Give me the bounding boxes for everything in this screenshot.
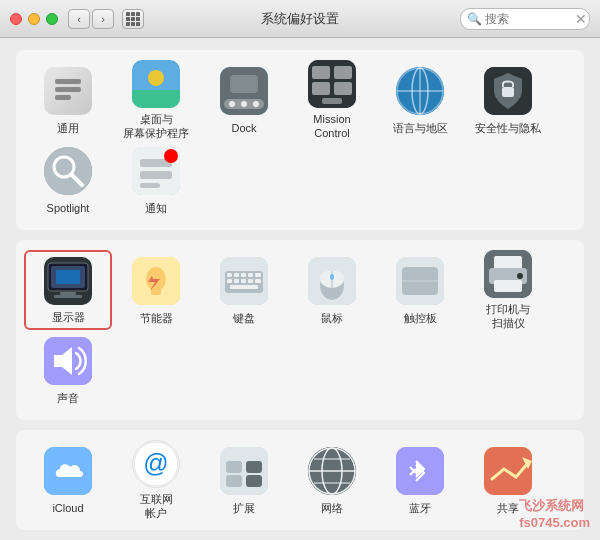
svg-rect-77 (246, 475, 262, 487)
general-label: 通用 (57, 121, 79, 135)
svg-text:@: @ (143, 448, 168, 476)
notification-icon (132, 147, 180, 195)
language-icon (396, 67, 444, 115)
pref-item-language[interactable]: 语言与地区 (376, 60, 464, 140)
pref-item-printer[interactable]: 打印机与扫描仪 (464, 250, 552, 330)
svg-point-59 (330, 274, 334, 280)
pref-item-spotlight[interactable]: Spotlight (24, 140, 112, 220)
minimize-button[interactable] (28, 13, 40, 25)
section-internet: iCloud @ 互联网帐户 (16, 430, 584, 530)
energy-icon (132, 257, 180, 305)
notification-label: 通知 (145, 201, 167, 215)
search-clear-icon[interactable]: ✕ (575, 11, 587, 27)
svg-rect-35 (60, 292, 76, 295)
svg-rect-15 (312, 82, 330, 95)
pref-item-energy[interactable]: 节能器 (112, 250, 200, 330)
svg-rect-46 (241, 273, 246, 277)
svg-rect-74 (226, 461, 242, 473)
svg-rect-51 (241, 279, 246, 283)
grid-icon (126, 12, 140, 26)
close-button[interactable] (10, 13, 22, 25)
pref-item-keyboard[interactable]: 键盘 (200, 250, 288, 330)
trackpad-icon (396, 257, 444, 305)
pref-item-dock[interactable]: Dock (200, 60, 288, 140)
back-button[interactable]: ‹ (68, 9, 90, 29)
mouse-icon (308, 257, 356, 305)
pref-item-extensions[interactable]: 扩展 (200, 440, 288, 520)
sharing-icon (484, 447, 532, 495)
pref-item-security[interactable]: 安全性与隐私 (464, 60, 552, 140)
spotlight-label: Spotlight (47, 201, 90, 215)
window-title: 系统偏好设置 (261, 10, 339, 28)
pref-item-sound[interactable]: 声音 (24, 330, 112, 410)
pref-item-desktop[interactable]: 桌面与屏幕保护程序 (112, 60, 200, 140)
search-bar[interactable]: 🔍 ✕ (460, 8, 590, 30)
watermark: 飞沙系统网 fs0745.com (519, 497, 590, 530)
watermark-line2: fs0745.com (519, 515, 590, 530)
section-hardware-grid: 显示器 节能器 (24, 250, 576, 410)
svg-rect-0 (55, 79, 81, 84)
security-icon (484, 67, 532, 115)
general-icon (44, 67, 92, 115)
maximize-button[interactable] (46, 13, 58, 25)
svg-rect-11 (230, 75, 258, 93)
network-icon (308, 447, 356, 495)
main-content: 通用 桌面与屏幕保护程序 (0, 38, 600, 540)
printer-icon (484, 250, 532, 298)
spotlight-icon (44, 147, 92, 195)
svg-rect-53 (255, 279, 261, 283)
svg-rect-31 (140, 183, 160, 188)
search-input[interactable] (485, 12, 575, 26)
grid-view-button[interactable] (122, 9, 144, 29)
bluetooth-icon (396, 447, 444, 495)
dock-label: Dock (231, 121, 256, 135)
keyboard-label: 键盘 (233, 311, 255, 325)
svg-rect-44 (227, 273, 232, 277)
pref-item-mouse[interactable]: 鼠标 (288, 250, 376, 330)
section-internet-grid: iCloud @ 互联网帐户 (24, 440, 576, 520)
pref-item-icloud[interactable]: iCloud (24, 440, 112, 520)
icloud-label: iCloud (52, 501, 83, 515)
titlebar: ‹ › 系统偏好设置 🔍 ✕ (0, 0, 600, 38)
nav-buttons: ‹ › (68, 9, 114, 29)
svg-rect-50 (234, 279, 239, 283)
svg-point-9 (241, 101, 247, 107)
svg-point-10 (253, 101, 259, 107)
svg-point-67 (517, 273, 523, 279)
printer-label: 打印机与扫描仪 (486, 302, 530, 331)
pref-item-network[interactable]: 网络 (288, 440, 376, 520)
svg-rect-76 (246, 461, 262, 473)
dock-icon (220, 67, 268, 115)
pref-item-mission[interactable]: MissionControl (288, 60, 376, 140)
search-icon: 🔍 (467, 12, 482, 26)
svg-point-8 (229, 101, 235, 107)
pref-item-notification[interactable]: 通知 (112, 140, 200, 220)
svg-rect-1 (55, 87, 81, 92)
pref-item-display[interactable]: 显示器 (24, 250, 112, 330)
extensions-label: 扩展 (233, 501, 255, 515)
bluetooth-label: 蓝牙 (409, 501, 431, 515)
svg-point-25 (44, 147, 92, 195)
mission-label: MissionControl (313, 112, 350, 141)
pref-item-general[interactable]: 通用 (24, 60, 112, 140)
section-personal-grid: 通用 桌面与屏幕保护程序 (24, 60, 576, 220)
pref-item-trackpad[interactable]: 触控板 (376, 250, 464, 330)
desktop-label: 桌面与屏幕保护程序 (123, 112, 189, 141)
svg-rect-66 (494, 280, 522, 292)
energy-label: 节能器 (140, 311, 173, 325)
svg-rect-13 (312, 66, 330, 79)
network-label: 网络 (321, 501, 343, 515)
svg-rect-16 (334, 82, 352, 95)
svg-rect-52 (248, 279, 253, 283)
pref-item-bluetooth[interactable]: 蓝牙 (376, 440, 464, 520)
sound-label: 声音 (57, 391, 79, 405)
svg-rect-54 (230, 285, 258, 289)
svg-rect-24 (502, 87, 514, 97)
internet-icon: @ (132, 440, 180, 488)
language-label: 语言与地区 (393, 121, 448, 135)
svg-rect-75 (226, 475, 242, 487)
forward-button[interactable]: › (92, 9, 114, 29)
pref-item-internet[interactable]: @ 互联网帐户 (112, 440, 200, 520)
svg-rect-4 (132, 90, 180, 108)
section-hardware: 显示器 节能器 (16, 240, 584, 420)
